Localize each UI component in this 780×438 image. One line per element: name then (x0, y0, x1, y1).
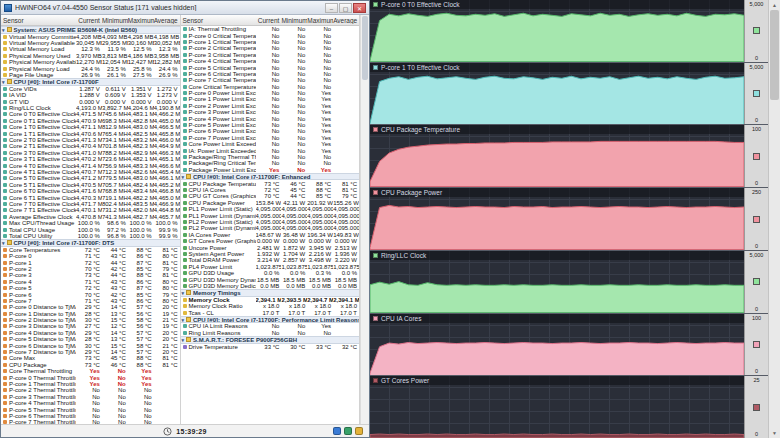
graph-panel-7[interactable]: GT Cores Power250 (370, 376, 768, 438)
section-header[interactable]: ▾CPU [#0]: Intel Core i7-11700F: Enhance… (181, 173, 360, 181)
sensor-row[interactable]: Virtual Memory Committed4,208 MB4,093 MB… (1, 34, 180, 40)
sensor-row[interactable]: CPU IA Cores72 °C45 °C88 °C81 °C (181, 187, 360, 193)
sensor-row[interactable]: System Agent Power1.932 W1.704 W2.216 W1… (181, 251, 360, 257)
sensor-row[interactable]: Tcas - CL17.0 T17.0 T17.0 T17.0 T (181, 309, 360, 315)
sensor-row[interactable]: P-core 3 Critical TemperatureNoNoNo (181, 52, 360, 58)
series-swatch[interactable] (753, 278, 760, 285)
sensor-row[interactable]: Core 0 T0 Effective Clock4,471.5 MHz745.… (1, 111, 180, 117)
sensor-row[interactable]: P-core 6 Critical TemperatureNoNoNo (181, 71, 360, 77)
section-header[interactable]: ▾CPU [#0]: Intel Core i7-11700F (1, 78, 180, 86)
scroll-up-icon[interactable]: ▲ (772, 0, 777, 10)
sensor-row[interactable]: Core 4 T0 Effective Clock4,471.4 MHz756.… (1, 162, 180, 168)
sensor-row[interactable]: IA VID1.288 V0.609 V1.353 V1.273 V (1, 92, 180, 98)
graph-panel-4[interactable]: CPU Package Power2500 (370, 188, 768, 251)
sensor-row[interactable]: P-core 2 Critical TemperatureNoNoNo (181, 45, 360, 51)
table-column-headers[interactable]: SensorCurrentMinimumMaximumAverage (1, 15, 180, 26)
sensor-row[interactable]: P-core 6 Distance to TjMAX30 °C15 °C58 °… (1, 342, 180, 348)
column-header[interactable]: Current (76, 17, 102, 24)
sensor-row[interactable]: Core 1 T1 Effective Clock4,470.6 MHz765.… (1, 130, 180, 136)
column-header[interactable]: Sensor (1, 17, 76, 24)
sensor-row[interactable]: IA: Thermal ThrottlingNoNoNo (181, 26, 360, 32)
sensor-row[interactable]: Total CPU Usage100.0 %97.2 %100.0 %99.9 … (1, 226, 180, 232)
sensor-row[interactable]: Core 7 T0 Effective Clock4,471.7 MHz802.… (1, 201, 180, 207)
sensor-row[interactable]: Ring Limit ReasonsNoNoNo (181, 330, 360, 336)
collapse-icon[interactable]: ▾ (182, 337, 185, 343)
sensor-row[interactable]: P-core 4 Distance to TjMAX29 °C14 °C57 °… (1, 330, 180, 336)
column-header[interactable]: Maximum (307, 17, 333, 24)
sensor-row[interactable]: Drive Temperature33 °C30 °C33 °C32 °C (181, 344, 360, 350)
sensor-row[interactable]: P-core 4 Thermal ThrottlingNoNoNo (1, 400, 180, 406)
sensor-row[interactable]: PL4 Power Limit1,023.875 W1,023.875 W1,0… (181, 264, 360, 270)
graph-panel-5[interactable]: Ring/LLC Clock5,0000 (370, 251, 768, 314)
sensor-row[interactable]: GT Cores Power (Graphics)0.000 W0.000 W0… (181, 238, 360, 244)
sensor-row[interactable]: P-core 172 °C44 °C87 °C81 °C (1, 259, 180, 265)
section-header[interactable]: ▾System: ASUS PRIME B560M-K (Intel B560) (1, 26, 180, 34)
sensor-row[interactable]: P-core 7 Critical TemperatureNoNoNo (181, 77, 360, 83)
sensor-row[interactable]: P-core 7 Power Limit ExceededNoNoYes (181, 135, 360, 141)
sensor-row[interactable]: Average Effective Clock4,470.8 MHz741.3 … (1, 214, 180, 220)
sensor-row[interactable]: P-core 7 Distance to TjMAX29 °C14 °C57 °… (1, 349, 180, 355)
sensor-row[interactable]: P-core 2 Distance to TjMAX30 °C15 °C58 °… (1, 317, 180, 323)
sensor-row[interactable]: Core VIDs1.287 V0.611 V1.351 V1.272 V (1, 86, 180, 92)
window-titlebar[interactable]: HWiNFO64 v7.04-4550 Sensor Status [171 v… (1, 1, 369, 15)
sensor-row[interactable]: P-core 0 Critical TemperatureNoNoNo (181, 32, 360, 38)
scroll-down-icon[interactable]: ▼ (772, 428, 777, 438)
sensor-row[interactable]: Core 5 T1 Effective Clock4,470.5 MHz705.… (1, 182, 180, 188)
sensor-row[interactable]: IA: Power Limit ExceededNoNoYes (181, 147, 360, 153)
sensor-row[interactable]: CPU Package Power153.84 W42.11 W201.92 W… (181, 200, 360, 206)
collapse-icon[interactable]: ▾ (182, 174, 185, 180)
sensor-row[interactable]: P-core 6 Thermal ThrottlingNoNoNo (1, 413, 180, 419)
sensor-row[interactable]: Memory Clock Ratiox 18.0x 18.0x 18.0x 18… (181, 303, 360, 309)
sensor-row[interactable]: P-core 0 Power Limit ExceededNoNoYes (181, 90, 360, 96)
sensor-row[interactable]: Core 0 T1 Effective Clock4,470.9 MHz698.… (1, 118, 180, 124)
sensor-row[interactable]: P-core 4 Power Limit ExceededNoNoYes (181, 115, 360, 121)
sensor-row[interactable]: P-core 4 Critical TemperatureNoNoNo (181, 58, 360, 64)
sensor-row[interactable]: Total DRAM Power3.214 W2.857 W3.498 W3.2… (181, 257, 360, 263)
graph-panel-1[interactable]: P-core 0 T0 Effective Clock5,0000 (370, 0, 768, 63)
sensor-row[interactable]: PL1 Power Limit (Static)4,095.000 W4,095… (181, 206, 360, 212)
sensor-row[interactable]: P-core 572 °C43 °C87 °C80 °C (1, 285, 180, 291)
maximize-button[interactable]: ▢ (339, 3, 352, 13)
sensor-row[interactable]: P-core 1 Power Limit ExceededNoNoYes (181, 96, 360, 102)
logging-icon[interactable] (355, 427, 363, 435)
sensor-row[interactable]: P-core 0 Distance to TjMAX29 °C14 °C57 °… (1, 304, 180, 310)
sensor-row[interactable]: Core Power Limit ExceededNoNoYes (181, 141, 360, 147)
sensor-row[interactable]: P-core 1 Thermal ThrottlingYesNoYes (1, 381, 180, 387)
column-header[interactable]: Current (256, 17, 282, 24)
column-header[interactable]: Sensor (181, 17, 256, 24)
sensor-row[interactable]: P-core 1 Distance to TjMAX28 °C13 °C56 °… (1, 311, 180, 317)
sensor-row[interactable]: GPU D3D Memory Dynamic18.5 MB18.5 MB18.5… (181, 276, 360, 282)
sensor-row[interactable]: P-core 3 Distance to TjMAX27 °C12 °C56 °… (1, 323, 180, 329)
sensor-row[interactable]: Core 1 T0 Effective Clock4,471.1 MHz812.… (1, 124, 180, 130)
sensor-row[interactable]: Core 5 T0 Effective Clock4,471.2 MHz779.… (1, 175, 180, 181)
sensor-row[interactable]: Total CPU Utility100.0 %96.8 %100.0 %99.… (1, 233, 180, 239)
sensor-row[interactable]: P-core 2 Thermal ThrottlingNoNoNo (1, 387, 180, 393)
section-header[interactable]: ▾Memory Timings (181, 289, 360, 297)
sensor-row[interactable]: Virtual Memory Available30,045 MB29,955 … (1, 40, 180, 46)
sensor-row[interactable]: Physical Memory Load24.4 %23.5 %25.8 %24… (1, 65, 180, 71)
sensor-row[interactable]: Core 3 T1 Effective Clock4,470.2 MHz723.… (1, 156, 180, 162)
column-header[interactable]: Minimum (102, 17, 128, 24)
column-header[interactable]: Maximum (128, 17, 154, 24)
section-header[interactable]: ▾CPU [#0]: Intel Core i7-11700F: Perform… (181, 316, 360, 324)
sensor-row[interactable]: Uncore Power2.481 W1.872 W3.945 W2.513 W (181, 244, 360, 250)
sensor-row[interactable]: Core 4 T1 Effective Clock4,470.7 MHz712.… (1, 169, 180, 175)
series-swatch[interactable] (753, 216, 760, 223)
series-swatch[interactable] (753, 90, 760, 97)
sensor-list-scrollbar[interactable] (360, 15, 369, 424)
sensor-row[interactable]: Core 3 T0 Effective Clock4,471.0 MHz788.… (1, 150, 180, 156)
sensor-row[interactable]: P-core 5 Thermal ThrottlingNoNoNo (1, 406, 180, 412)
graph-icon[interactable] (344, 427, 352, 435)
sensor-row[interactable]: Core 2 T0 Effective Clock4,471.3 MHz734.… (1, 137, 180, 143)
sensor-row[interactable]: PL2 Power Limit (Static)4,095.000 W4,095… (181, 219, 360, 225)
sensor-row[interactable]: P-core 0 Thermal ThrottlingYesNoYes (1, 374, 180, 380)
collapse-icon[interactable]: ▾ (2, 240, 5, 246)
sensor-row[interactable]: P-core 071 °C43 °C86 °C80 °C (1, 253, 180, 259)
sensor-row[interactable]: Memory Clock2,394.1 MHz2,393.5 MHz2,394.… (181, 297, 360, 303)
sensor-row[interactable]: P-core 5 Power Limit ExceededNoNoYes (181, 122, 360, 128)
sensor-row[interactable]: Core Thermal ThrottlingYesNoYes (1, 368, 180, 374)
sensor-row[interactable]: Ring/LLC Clock4,193.0 MHz3,892.7 MHz4,20… (1, 105, 180, 111)
collapse-icon[interactable]: ▾ (182, 317, 185, 323)
sensor-row[interactable]: CPU Package Temperature73 °C46 °C88 °C81… (181, 180, 360, 186)
scrollbar-thumb[interactable] (770, 10, 779, 100)
